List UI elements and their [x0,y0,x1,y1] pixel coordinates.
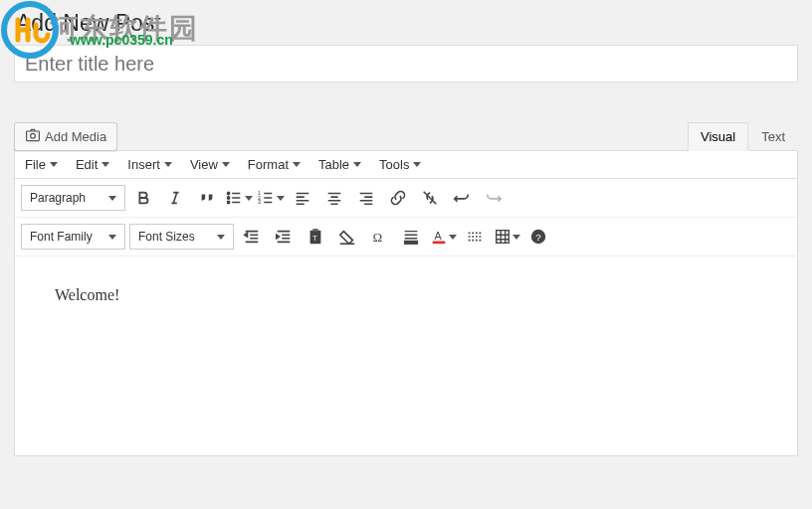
caret-icon [222,162,230,167]
bullet-list-button[interactable] [224,184,254,212]
menu-insert[interactable]: Insert [127,157,172,172]
unlink-button[interactable] [415,184,445,212]
toolbar-row-2: Font Family Font Sizes T Ω A ? [15,218,797,256]
svg-text:A: A [434,230,442,242]
camera-icon [25,127,41,146]
svg-point-5 [228,201,230,203]
link-button[interactable] [383,184,413,212]
outdent-button[interactable] [237,223,267,251]
undo-button[interactable] [447,184,477,212]
svg-rect-10 [312,229,317,232]
caret-icon [217,235,225,240]
caret-icon [512,235,520,240]
caret-icon [102,162,109,167]
align-center-button[interactable] [319,184,349,212]
blockquote-button[interactable] [192,184,222,212]
fontfamily-dropdown[interactable]: Font Family [21,224,125,250]
svg-rect-1 [27,131,40,141]
letterspacing-button[interactable] [396,223,426,251]
menu-file[interactable]: File [25,157,58,172]
number-list-button[interactable]: 123 [256,184,286,212]
editor-content[interactable]: Welcome! [15,256,797,455]
caret-icon [164,162,172,167]
editor-tabs: Visual Text [688,122,798,151]
caret-icon [413,162,421,167]
svg-rect-13 [405,242,418,245]
svg-rect-15 [432,242,445,245]
tab-visual[interactable]: Visual [688,122,748,151]
caret-icon [277,196,285,201]
caret-icon [293,162,301,167]
content-text: Welcome! [55,286,119,303]
svg-point-2 [31,133,36,138]
add-media-button[interactable]: Add Media [14,122,117,151]
format-dropdown[interactable]: Paragraph [21,185,125,211]
svg-text:T: T [312,234,317,243]
svg-point-3 [228,192,230,194]
menu-tools[interactable]: Tools [379,157,421,172]
specialchar-button[interactable]: Ω [364,223,394,251]
caret-icon [108,196,116,201]
svg-text:Ω: Ω [373,231,382,245]
toolbar-row-1: Paragraph 123 [15,179,797,218]
italic-button[interactable] [160,184,190,212]
caret-icon [108,235,116,240]
clearformat-button[interactable] [332,223,362,251]
svg-text:3: 3 [258,199,261,205]
hr-button[interactable] [460,223,490,251]
bold-button[interactable] [128,184,158,212]
menu-edit[interactable]: Edit [76,157,109,172]
textcolor-button[interactable]: A [428,223,458,251]
menubar: File Edit Insert View Format Table Tools [15,151,797,179]
caret-icon [449,235,457,240]
menu-table[interactable]: Table [318,157,361,172]
menu-format[interactable]: Format [248,157,301,172]
caret-icon [50,162,58,167]
caret-icon [245,196,253,201]
watermark-url: www.pc0359.cn [70,32,173,48]
redo-button[interactable] [479,184,508,212]
menu-view[interactable]: View [190,157,230,172]
paste-button[interactable]: T [301,223,330,251]
caret-icon [353,162,361,167]
svg-text:?: ? [535,232,541,243]
svg-point-4 [228,197,230,199]
align-right-button[interactable] [351,184,381,212]
fontsize-dropdown[interactable]: Font Sizes [129,224,234,250]
tab-text[interactable]: Text [748,122,798,151]
post-title-input[interactable] [14,45,798,83]
svg-rect-16 [496,231,508,244]
align-left-button[interactable] [288,184,317,212]
add-media-label: Add Media [45,129,106,144]
indent-button[interactable] [269,223,299,251]
help-button[interactable]: ? [523,223,553,251]
table-button[interactable] [492,223,521,251]
editor-container: File Edit Insert View Format Table Tools… [14,150,798,456]
